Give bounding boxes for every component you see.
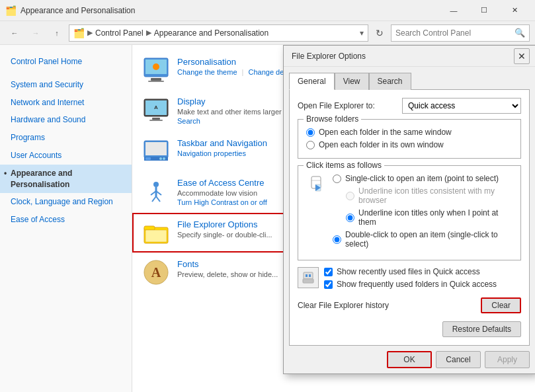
browse-folders-content: Open each folder in the same window Open… [306, 128, 513, 149]
browse-folders-group: Browse folders Open each folder in the s… [298, 119, 521, 159]
sidebar-item-system[interactable]: System and Security [0, 76, 132, 94]
dialog-title-bar: File Explorer Options ✕ [284, 46, 535, 67]
taskbar-link-nav[interactable]: Navigation properties [177, 149, 246, 157]
ease-link-contrast[interactable]: Turn High Contrast on or off [177, 198, 267, 206]
address-separator-2: ▶ [146, 28, 151, 37]
title-bar: 🗂️ Appearance and Personalisation — ☐ ✕ [0, 0, 535, 21]
address-separator-1: ▶ [87, 28, 93, 37]
dialog-footer: OK Cancel Apply [284, 346, 535, 373]
dialog-tabs: General View Search [284, 67, 535, 89]
svg-point-2 [153, 63, 159, 70]
recent-files-checkbox[interactable] [324, 268, 333, 276]
single-click-radio[interactable] [333, 175, 341, 183]
tab-search[interactable]: Search [369, 73, 411, 90]
svg-line-22 [156, 196, 160, 202]
underline-point-option[interactable]: Underline icon titles only when I point … [346, 208, 513, 227]
close-button[interactable]: ✕ [499, 0, 530, 21]
svg-rect-34 [309, 274, 311, 277]
sidebar: Control Panel Home System and Security N… [0, 45, 132, 392]
restore-defaults-button[interactable]: Restore Defaults [442, 321, 521, 337]
svg-rect-4 [148, 81, 164, 82]
address-dropdown-icon[interactable]: ▾ [360, 28, 364, 38]
personalisation-link-theme[interactable]: Change the theme [177, 68, 237, 76]
search-input[interactable] [395, 28, 514, 38]
file-explorer-options-dialog: File Explorer Options ✕ General View Sea… [283, 45, 535, 374]
underline-browser-radio[interactable] [346, 192, 354, 200]
svg-rect-3 [151, 78, 161, 81]
address-root[interactable]: Control Panel [95, 28, 144, 38]
browse-same-window-radio[interactable] [306, 128, 315, 137]
restore-defaults-row: Restore Defaults [298, 321, 521, 337]
recent-files-checkbox-row[interactable]: Show recently used files in Quick access [324, 267, 521, 276]
navigation-bar: ← → ↑ 🗂️ ▶ Control Panel ▶ Appearance an… [0, 21, 535, 45]
svg-rect-33 [306, 274, 308, 277]
sidebar-item-ease[interactable]: Ease of Access [0, 211, 132, 229]
browse-own-window-radio[interactable] [306, 141, 315, 149]
display-link-search[interactable]: Search [177, 117, 200, 125]
sidebar-item-hardware[interactable]: Hardware and Sound [0, 111, 132, 129]
clear-label: Clear File Explorer history [298, 301, 475, 310]
open-explorer-label: Open File Explorer to: [298, 101, 397, 110]
forward-button[interactable]: → [26, 24, 45, 42]
frequent-folders-checkbox-row[interactable]: Show frequently used folders in Quick ac… [324, 280, 521, 289]
fileexplorer-icon [143, 219, 169, 246]
ok-button[interactable]: OK [387, 351, 432, 368]
clear-button[interactable]: Clear [481, 297, 521, 313]
minimize-button[interactable]: — [438, 0, 469, 21]
svg-rect-14 [145, 157, 151, 160]
recent-files-label[interactable]: Show recently used files in Quick access [337, 267, 480, 276]
click-items-content: Single-click to open an item (point to s… [306, 174, 513, 252]
cancel-button[interactable]: Cancel [436, 351, 481, 368]
maximize-button[interactable]: ☐ [469, 0, 499, 21]
browse-same-window-option[interactable]: Open each folder in the same window [306, 128, 513, 137]
browse-folders-title: Browse folders [304, 114, 361, 124]
dialog-content: Open File Explorer to: Quick access This… [289, 89, 530, 346]
svg-rect-12 [145, 142, 167, 155]
tab-view[interactable]: View [335, 73, 369, 90]
search-box: 🔍 [391, 24, 530, 42]
svg-rect-8 [152, 118, 160, 120]
double-click-label[interactable]: Double-click to open an item (single-cli… [345, 230, 513, 249]
underline-browser-option[interactable]: Underline icon titles consistent with my… [346, 186, 513, 205]
sidebar-item-appearance: Appearance and Personalisation [0, 165, 132, 194]
address-current[interactable]: Appearance and Personalisation [154, 28, 268, 38]
svg-rect-7 [144, 115, 168, 116]
browse-same-window-label[interactable]: Open each folder in the same window [319, 128, 452, 137]
search-button[interactable]: 🔍 [514, 28, 525, 38]
underline-browser-label[interactable]: Underline icon titles consistent with my… [358, 186, 513, 205]
window-controls: — ☐ ✕ [438, 0, 530, 21]
single-click-label[interactable]: Single-click to open an item (point to s… [345, 174, 499, 183]
frequent-folders-label[interactable]: Show frequently used folders in Quick ac… [337, 280, 497, 289]
sidebar-item-user-accounts[interactable]: User Accounts [0, 147, 132, 165]
svg-point-15 [163, 157, 165, 160]
browse-own-window-option[interactable]: Open each folder in its own window [306, 140, 513, 149]
display-icon: A [143, 97, 169, 123]
svg-rect-9 [149, 120, 163, 121]
back-button[interactable]: ← [5, 24, 24, 42]
sidebar-item-home[interactable]: Control Panel Home [0, 53, 132, 71]
clear-row: Clear File Explorer history Clear [298, 297, 521, 313]
svg-text:A: A [154, 104, 158, 110]
underline-point-radio[interactable] [346, 214, 354, 222]
double-click-option[interactable]: Double-click to open an item (single-cli… [333, 230, 513, 249]
refresh-button[interactable]: ↻ [371, 24, 388, 42]
click-icon [306, 174, 327, 195]
svg-rect-25 [145, 230, 167, 242]
dialog-close-button[interactable]: ✕ [514, 48, 530, 64]
single-click-option[interactable]: Single-click to open an item (point to s… [333, 174, 513, 183]
frequent-folders-checkbox[interactable] [324, 280, 333, 289]
svg-text:A: A [151, 265, 161, 280]
double-click-radio[interactable] [333, 235, 341, 244]
tab-general[interactable]: General [289, 73, 335, 90]
click-items-group: Click items as follows [298, 165, 521, 260]
sidebar-item-programs[interactable]: Programs [0, 129, 132, 147]
fonts-icon: A [143, 259, 169, 286]
browse-own-window-label[interactable]: Open each folder in its own window [319, 140, 444, 149]
apply-button[interactable]: Apply [485, 351, 530, 368]
sidebar-item-clock[interactable]: Clock, Language and Region [0, 193, 132, 211]
open-explorer-select[interactable]: Quick access This PC [402, 98, 521, 114]
underline-point-label[interactable]: Underline icon titles only when I point … [358, 208, 513, 227]
open-explorer-row: Open File Explorer to: Quick access This… [298, 98, 521, 114]
up-button[interactable]: ↑ [48, 24, 66, 42]
sidebar-item-network[interactable]: Network and Internet [0, 94, 132, 112]
